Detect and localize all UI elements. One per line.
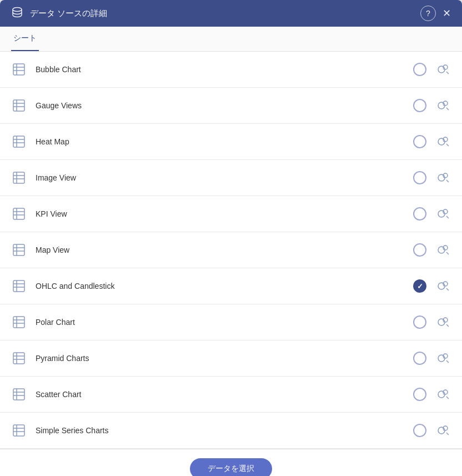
sheet-grid-icon — [11, 278, 27, 294]
item-label-bubble-chart: Bubble Chart — [36, 65, 413, 74]
radio-heat-map[interactable] — [413, 135, 426, 148]
svg-line-39 — [446, 216, 449, 218]
help-button[interactable]: ? — [420, 6, 436, 21]
item-label-gauge-views: Gauge Views — [36, 101, 413, 110]
radio-kpi-view[interactable] — [413, 207, 426, 221]
chart-link-icon[interactable] — [435, 206, 451, 222]
svg-rect-33 — [13, 208, 24, 219]
sheet-grid-icon — [11, 98, 27, 113]
list-item-ohlc-candlestick[interactable]: OHLC and Candlestick — [0, 268, 462, 304]
svg-rect-25 — [13, 172, 24, 183]
dialog: データ ソースの詳細 ? ✕ シート Bubble Chart Gauge Vi… — [0, 0, 462, 476]
svg-point-0 — [13, 7, 22, 11]
titlebar-title: データ ソースの詳細 — [30, 8, 420, 19]
svg-line-63 — [446, 324, 449, 327]
radio-polar-chart[interactable] — [413, 315, 426, 329]
sheet-grid-icon — [11, 387, 27, 402]
svg-rect-81 — [13, 425, 24, 436]
svg-line-47 — [446, 252, 449, 254]
svg-point-37 — [438, 211, 445, 217]
sheet-grid-icon — [11, 134, 27, 149]
chart-link-icon[interactable] — [435, 170, 451, 186]
db-icon — [11, 6, 23, 21]
svg-line-31 — [446, 180, 449, 182]
svg-line-71 — [446, 360, 449, 363]
svg-point-77 — [438, 391, 445, 398]
item-label-polar-chart: Polar Chart — [36, 318, 413, 327]
item-label-pyramid-charts: Pyramid Charts — [36, 354, 413, 363]
select-data-button[interactable]: データを選択 — [190, 458, 272, 476]
list-item-gauge-views[interactable]: Gauge Views — [0, 88, 462, 124]
svg-point-45 — [438, 247, 445, 253]
radio-gauge-views[interactable] — [413, 99, 426, 112]
svg-line-15 — [446, 108, 449, 110]
list-item-pyramid-charts[interactable]: Pyramid Charts — [0, 340, 462, 377]
radio-ohlc-candlestick[interactable] — [413, 279, 426, 293]
chart-link-icon[interactable] — [435, 62, 451, 77]
chart-link-icon[interactable] — [435, 423, 451, 438]
sheet-grid-icon — [11, 170, 27, 186]
svg-line-55 — [446, 288, 449, 290]
svg-point-5 — [438, 66, 445, 73]
chart-link-icon[interactable] — [435, 278, 451, 294]
list-item-kpi-view[interactable]: KPI View — [0, 196, 462, 232]
svg-line-7 — [446, 72, 449, 74]
tab-bar: シート — [0, 27, 462, 52]
list-item-bubble-chart[interactable]: Bubble Chart — [0, 52, 462, 88]
radio-map-view[interactable] — [413, 243, 426, 257]
svg-rect-49 — [13, 280, 24, 292]
footer: データを選択 — [0, 449, 462, 476]
list-item-map-view[interactable]: Map View — [0, 232, 462, 268]
radio-bubble-chart[interactable] — [413, 63, 426, 76]
radio-scatter-chart[interactable] — [413, 388, 426, 401]
sheet-grid-icon — [11, 314, 27, 330]
close-button[interactable]: ✕ — [443, 7, 451, 19]
svg-point-29 — [438, 174, 445, 181]
chart-link-icon[interactable] — [435, 242, 451, 258]
item-label-heat-map: Heat Map — [36, 137, 413, 146]
sheet-grid-icon — [11, 206, 27, 222]
radio-image-view[interactable] — [413, 171, 426, 184]
svg-rect-9 — [13, 100, 24, 111]
svg-rect-65 — [13, 353, 24, 364]
list-item-polar-chart[interactable]: Polar Chart — [0, 304, 462, 340]
item-label-image-view: Image View — [36, 173, 413, 182]
item-label-kpi-view: KPI View — [36, 209, 413, 218]
chart-link-icon[interactable] — [435, 134, 451, 149]
sheet-grid-icon — [11, 242, 27, 258]
svg-rect-57 — [13, 317, 24, 328]
chart-link-icon[interactable] — [435, 350, 451, 366]
svg-point-61 — [438, 319, 445, 325]
svg-point-85 — [438, 427, 445, 434]
titlebar: データ ソースの詳細 ? ✕ — [0, 0, 462, 27]
list-item-scatter-chart[interactable]: Scatter Chart — [0, 377, 462, 413]
svg-rect-73 — [13, 389, 24, 400]
svg-line-87 — [446, 433, 449, 435]
svg-line-23 — [446, 144, 449, 146]
svg-rect-17 — [13, 136, 24, 147]
item-label-simple-series-charts: Simple Series Charts — [36, 426, 413, 435]
sheet-grid-icon — [11, 62, 27, 77]
chart-link-icon[interactable] — [435, 98, 451, 113]
item-label-scatter-chart: Scatter Chart — [36, 390, 413, 399]
svg-point-13 — [438, 102, 445, 109]
tab-sheet[interactable]: シート — [11, 27, 39, 51]
svg-point-21 — [438, 138, 445, 145]
radio-simple-series-charts[interactable] — [413, 424, 426, 437]
svg-rect-1 — [13, 64, 24, 75]
sheet-list: Bubble Chart Gauge Views Heat Map — [0, 52, 462, 449]
item-label-map-view: Map View — [36, 245, 413, 254]
svg-point-69 — [438, 355, 445, 362]
item-label-ohlc-candlestick: OHLC and Candlestick — [36, 282, 413, 290]
svg-point-53 — [438, 283, 445, 289]
svg-rect-41 — [13, 244, 24, 255]
radio-pyramid-charts[interactable] — [413, 352, 426, 365]
list-item-heat-map[interactable]: Heat Map — [0, 124, 462, 160]
sheet-grid-icon — [11, 350, 27, 366]
list-item-simple-series-charts[interactable]: Simple Series Charts — [0, 413, 462, 449]
chart-link-icon[interactable] — [435, 314, 451, 330]
list-item-image-view[interactable]: Image View — [0, 160, 462, 196]
chart-link-icon[interactable] — [435, 387, 451, 402]
svg-line-79 — [446, 397, 449, 399]
sheet-grid-icon — [11, 423, 27, 438]
